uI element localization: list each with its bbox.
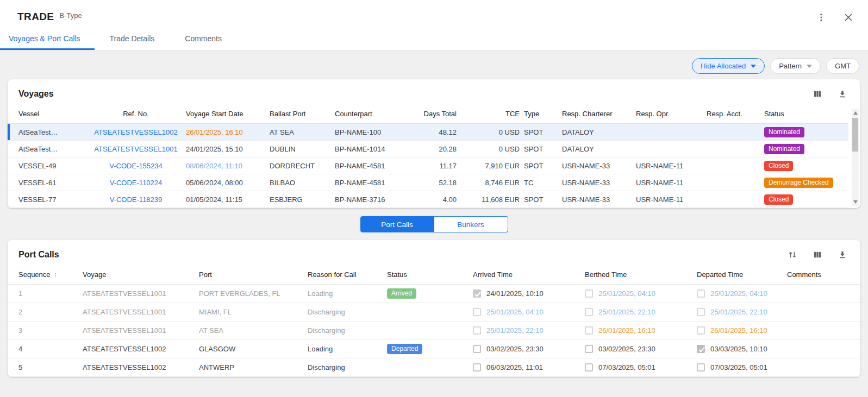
voyages-col-ballast-port[interactable]: Ballast Port (270, 110, 335, 118)
arrived-time[interactable]: 24/01/2025, 10:10 (486, 289, 544, 298)
ref-no-link[interactable]: V-CODE-155234 (109, 162, 163, 170)
port-calls-col-voyage[interactable]: Voyage (83, 270, 199, 279)
port-calls-col-departed-time[interactable]: Departed Time (697, 270, 787, 279)
voyages-col-days-total[interactable]: Days Total (412, 110, 461, 118)
voyages-col-voyage-start-date[interactable]: Voyage Start Date (186, 110, 270, 118)
voyages-col-resp-opr[interactable]: Resp. Opr. (636, 110, 707, 118)
voyages-col-counterpart[interactable]: Counterpart (335, 110, 412, 118)
tab-comments[interactable]: Comments (170, 26, 237, 50)
port-calls-col-port[interactable]: Port (199, 270, 308, 279)
scroll-up-icon[interactable] (853, 111, 858, 115)
arrived-checkbox[interactable] (473, 345, 481, 353)
berthed-time[interactable]: 26/01/2025, 16:10 (598, 326, 655, 335)
voyage-row[interactable]: AtSeaTest…ATSEATESTVESSEL100124/01/2025,… (8, 141, 848, 157)
tab-trade-details[interactable]: Trade Details (95, 26, 170, 50)
departed-checkbox[interactable] (697, 345, 705, 353)
voyages-col-type[interactable]: Type (524, 110, 562, 118)
voyages-col-status[interactable]: Status (764, 110, 848, 118)
berthed-time[interactable]: 25/01/2025, 22:10 (598, 308, 655, 316)
departed-checkbox[interactable] (697, 308, 705, 316)
start-date-cell: 05/06/2024, 08:00 (186, 179, 270, 187)
resp-charterer-cell: DATALOY (562, 128, 636, 136)
departed-time[interactable]: 25/01/2025, 22:10 (710, 308, 767, 316)
hide-allocated-label: Hide Allocated (701, 62, 746, 70)
arrived-checkbox[interactable] (473, 363, 481, 371)
port-calls-col-sequence[interactable]: Sequence↑ (8, 270, 83, 279)
voyages-col-resp-acct[interactable]: Resp. Acct. (707, 110, 764, 118)
berthed-checkbox[interactable] (585, 326, 593, 335)
arrived-time[interactable]: 25/01/2025, 04:10 (486, 308, 544, 316)
ref-no-link[interactable]: V-CODE-118239 (110, 196, 163, 204)
voyages-scrollbar[interactable] (852, 109, 859, 206)
voyage-row[interactable]: AtSeaTest…ATSEATESTVESSEL100226/01/2025,… (8, 124, 848, 141)
port-call-row[interactable]: 3ATSEATESTVESSEL1001AT SEADischarging25/… (8, 322, 860, 340)
hide-allocated-button[interactable]: Hide Allocated (692, 58, 765, 74)
sort-icon[interactable] (786, 249, 798, 261)
port-call-row[interactable]: 4ATSEATESTVESSEL1002GLASGOWLoadingDepart… (8, 340, 860, 358)
voyages-col-ref-no[interactable]: Ref. No. (90, 110, 186, 118)
port-calls-col-comments[interactable]: Comments (787, 270, 860, 279)
voyage-row[interactable]: VESSEL-77V-CODE-11823901/05/2024, 11:15E… (8, 191, 848, 208)
berthed-checkbox[interactable] (585, 363, 593, 371)
ref-no-link[interactable]: ATSEATESTVESSEL1002 (94, 128, 177, 136)
voyage-row[interactable]: VESSEL-61V-CODE-11022405/06/2024, 08:00B… (8, 174, 848, 191)
port-calls-col-reason-for-call[interactable]: Reason for Call (308, 270, 387, 279)
berthed-checkbox[interactable] (585, 345, 593, 353)
berthed-time[interactable]: 03/02/2025, 23:30 (598, 345, 655, 353)
voyage-row[interactable]: VESSEL-49V-CODE-15523408/06/2024, 11:10D… (8, 157, 848, 174)
berthed-checkbox[interactable] (585, 289, 593, 298)
columns-icon[interactable] (811, 249, 823, 261)
departed-time[interactable]: 07/03/2025, 05:01 (710, 363, 767, 371)
page-title: TRADE (17, 11, 54, 23)
departed-time[interactable]: 25/01/2025, 04:10 (710, 289, 767, 298)
arrived-time[interactable]: 25/01/2025, 22:10 (486, 326, 544, 335)
view-toggle: Port Calls Bunkers (8, 208, 860, 240)
port-calls-col-arrived-time[interactable]: Arrived Time (473, 270, 585, 279)
port-call-row[interactable]: 5ATSEATESTVESSEL1002ANTWERPDischarging06… (8, 358, 860, 377)
ref-no-cell: V-CODE-110224 (90, 179, 186, 187)
arrived-checkbox[interactable] (473, 289, 481, 298)
voyages-col-resp-charterer[interactable]: Resp. Charterer (562, 110, 636, 118)
status-badge: Closed (764, 194, 793, 205)
vessel-cell: VESSEL-61 (8, 179, 90, 187)
resp-charterer-cell: USR-NAME-33 (562, 179, 636, 187)
departed-checkbox[interactable] (697, 326, 705, 335)
download-icon[interactable] (836, 88, 848, 100)
pattern-button[interactable]: Pattern (770, 58, 821, 74)
bunkers-toggle[interactable]: Bunkers (434, 216, 508, 232)
port-calls-col-status[interactable]: Status (387, 270, 473, 279)
arrived-time[interactable]: 03/02/2025, 23:30 (486, 345, 544, 353)
more-menu-icon[interactable] (815, 11, 828, 24)
reason-cell: Discharging (308, 326, 387, 335)
voyages-col-vessel[interactable]: Vessel (8, 110, 90, 118)
scroll-down-icon[interactable] (853, 200, 858, 204)
tce-cell: 0 USD (461, 145, 524, 153)
columns-icon[interactable] (811, 88, 823, 100)
port-call-row[interactable]: 1ATSEATESTVESSEL1001PORT EVERGLADES, FLL… (8, 285, 860, 303)
download-icon[interactable] (836, 249, 848, 261)
departed-time[interactable]: 26/01/2025, 16:10 (710, 326, 767, 335)
gmt-button[interactable]: GMT (826, 58, 859, 74)
port-calls-toggle[interactable]: Port Calls (360, 216, 434, 232)
arrived-time[interactable]: 06/03/2025, 11:01 (486, 363, 543, 371)
berthed-checkbox[interactable] (585, 308, 593, 316)
departed-time[interactable]: 03/03/2025, 10:10 (710, 345, 767, 353)
berthed-time[interactable]: 07/03/2025, 05:01 (598, 363, 655, 371)
voyages-col-tce[interactable]: TCE (461, 110, 524, 118)
arrived-checkbox[interactable] (473, 308, 481, 316)
departed-checkbox[interactable] (697, 363, 705, 371)
port-call-row[interactable]: 2ATSEATESTVESSEL1001MIAMI, FLDischarging… (8, 303, 860, 322)
pattern-label: Pattern (779, 62, 802, 70)
departed-checkbox[interactable] (697, 289, 705, 298)
ref-no-link[interactable]: ATSEATESTVESSEL1001 (94, 145, 177, 153)
arrived-time-cell: 25/01/2025, 04:10 (473, 308, 585, 316)
arrived-checkbox[interactable] (473, 326, 481, 335)
scrollbar-thumb[interactable] (852, 118, 858, 152)
ref-no-link[interactable]: V-CODE-110224 (110, 179, 163, 187)
tab-voyages-port-calls[interactable]: Voyages & Port Calls (0, 26, 95, 50)
tce-cell: 7,910 EUR (461, 162, 524, 170)
departed-time-cell: 25/01/2025, 22:10 (697, 308, 787, 316)
berthed-time[interactable]: 25/01/2025, 04:10 (598, 289, 655, 298)
close-icon[interactable] (842, 11, 855, 24)
port-calls-col-berthed-time[interactable]: Berthed Time (585, 270, 697, 279)
